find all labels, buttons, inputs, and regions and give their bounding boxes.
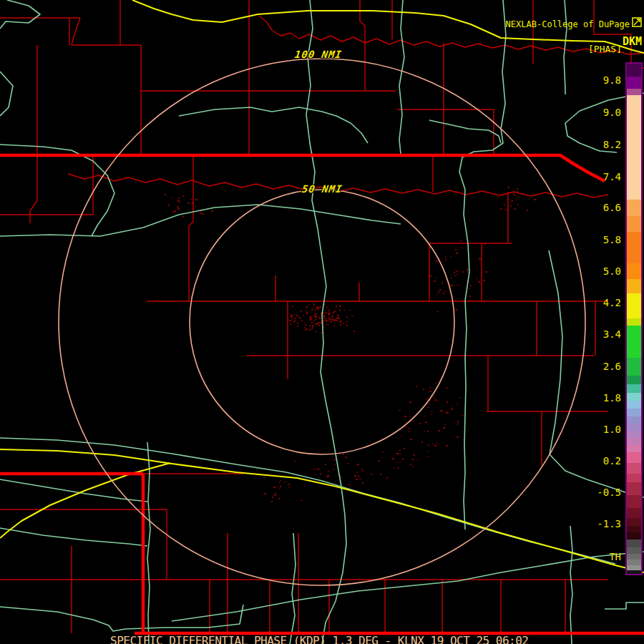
colorbar-band <box>627 318 641 326</box>
colorbar-band <box>627 200 641 216</box>
radar-screen: 9.89.08.27.46.65.85.04.23.42.61.81.00.2-… <box>0 0 644 644</box>
colorbar-band <box>627 384 641 393</box>
colorbar-tick-label: 1.8 <box>603 392 621 404</box>
colorbar-band <box>627 482 641 495</box>
radar-map-canvas <box>0 0 644 644</box>
colorbar-tick-label: 4.2 <box>603 297 621 308</box>
colorbar-band <box>627 508 641 518</box>
colorbar-band <box>627 401 641 409</box>
colorbar-band <box>627 474 641 482</box>
colorbar-tick-label: 3.4 <box>603 328 621 340</box>
colorbar-tick-label: -1.3 <box>597 518 621 530</box>
colorbar-band <box>627 216 641 232</box>
colorbar-tick-label: 8.2 <box>603 139 621 150</box>
colorbar-band <box>627 64 641 77</box>
colorbar-band <box>627 424 641 431</box>
colorbar-band <box>627 326 641 358</box>
status-bar: SPECIFIC DIFFERENTIAL PHASE (KDP) 1.3 DE… <box>110 634 529 644</box>
colorbar-tick-label: 1.0 <box>603 424 621 435</box>
colorbar-band <box>627 570 641 574</box>
colorbar-band <box>627 565 641 570</box>
colorbar-band <box>627 376 641 384</box>
colorbar <box>625 62 643 575</box>
colorbar-tick-label: 5.0 <box>603 265 621 277</box>
colorbar-band <box>627 560 641 565</box>
colorbar-band <box>627 409 641 416</box>
colorbar-band <box>627 540 641 547</box>
colorbar-band <box>627 518 641 526</box>
colorbar-band <box>627 232 641 263</box>
colorbar-band <box>627 89 641 95</box>
colorbar-tick-label: -0.5 <box>597 487 621 498</box>
colorbar-band <box>627 293 641 318</box>
colorbar-band <box>627 554 641 560</box>
colorbar-band <box>627 77 641 89</box>
colorbar-tick-label: 9.8 <box>603 74 621 86</box>
colorbar-band <box>627 463 641 474</box>
colorbar-band <box>627 532 641 540</box>
colorbar-tick-label: 5.8 <box>603 234 621 245</box>
colorbar-tick-label: 2.6 <box>603 361 621 372</box>
colorbar-tick-label: 6.6 <box>603 202 621 213</box>
colorbar-band <box>627 431 641 438</box>
range-ring-label-100nmi: 100 NMI <box>294 49 343 60</box>
colorbar-band <box>627 452 641 463</box>
colorbar-band <box>627 279 641 293</box>
colorbar-unit-label: DKM <box>623 35 642 48</box>
colorbar-band <box>627 416 641 424</box>
colorbar-tick-label: 7.4 <box>603 171 621 182</box>
colorbar-band <box>627 495 641 508</box>
colorbar-band <box>627 393 641 401</box>
colorbar-threshold-label: TH <box>609 551 621 562</box>
colorbar-phase-label: [PHAS] <box>588 44 622 54</box>
resize-arrow-icon <box>632 16 642 27</box>
colorbar-band <box>627 526 641 532</box>
colorbar-band <box>627 263 641 279</box>
header-title: NEXLAB-College of DuPage <box>506 19 630 29</box>
colorbar-band <box>627 438 641 445</box>
colorbar-band <box>627 95 641 200</box>
range-ring-label-50nmi: 50 NMI <box>301 183 343 195</box>
colorbar-band <box>627 547 641 554</box>
colorbar-tick-label: 0.2 <box>603 455 621 467</box>
colorbar-band <box>627 445 641 452</box>
colorbar-band <box>627 358 641 376</box>
colorbar-tick-label: 9.0 <box>603 107 621 118</box>
